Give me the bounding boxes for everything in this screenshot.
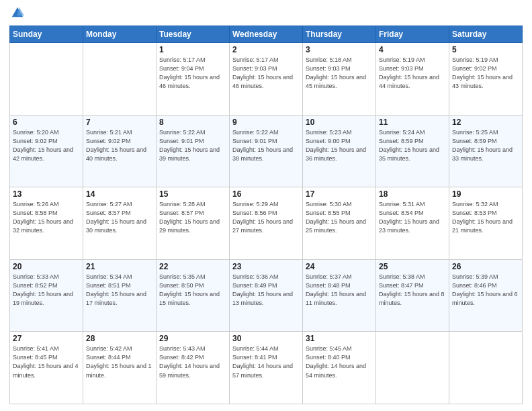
calendar-cell: 26Sunrise: 5:39 AM Sunset: 8:46 PM Dayli…	[449, 259, 523, 332]
day-number: 13	[13, 189, 80, 199]
day-info: Sunrise: 5:17 AM Sunset: 9:04 PM Dayligh…	[159, 56, 226, 91]
day-info: Sunrise: 5:25 AM Sunset: 8:59 PM Dayligh…	[452, 128, 519, 163]
calendar-week-2: 6Sunrise: 5:20 AM Sunset: 9:02 PM Daylig…	[10, 115, 523, 187]
calendar-cell: 12Sunrise: 5:25 AM Sunset: 8:59 PM Dayli…	[449, 115, 523, 187]
day-number: 11	[379, 118, 446, 127]
calendar-week-1: 1Sunrise: 5:17 AM Sunset: 9:04 PM Daylig…	[10, 43, 523, 116]
day-number: 10	[306, 118, 373, 127]
day-number: 14	[86, 189, 153, 199]
day-info: Sunrise: 5:23 AM Sunset: 9:00 PM Dayligh…	[306, 128, 373, 163]
logo-icon	[11, 5, 24, 19]
day-number: 17	[306, 189, 373, 199]
day-info: Sunrise: 5:39 AM Sunset: 8:46 PM Dayligh…	[452, 273, 519, 308]
weekday-header-thursday: Thursday	[303, 26, 376, 43]
day-number: 12	[452, 118, 519, 127]
calendar-cell: 30Sunrise: 5:44 AM Sunset: 8:41 PM Dayli…	[230, 332, 303, 404]
calendar-cell: 13Sunrise: 5:26 AM Sunset: 8:58 PM Dayli…	[10, 187, 83, 260]
day-info: Sunrise: 5:26 AM Sunset: 8:58 PM Dayligh…	[13, 200, 80, 235]
calendar-body: 1Sunrise: 5:17 AM Sunset: 9:04 PM Daylig…	[10, 43, 523, 404]
day-info: Sunrise: 5:42 AM Sunset: 8:44 PM Dayligh…	[86, 345, 153, 379]
calendar-cell: 10Sunrise: 5:23 AM Sunset: 9:00 PM Dayli…	[303, 115, 376, 187]
day-info: Sunrise: 5:18 AM Sunset: 9:03 PM Dayligh…	[306, 56, 373, 91]
day-number: 24	[306, 262, 373, 271]
calendar-cell: 28Sunrise: 5:42 AM Sunset: 8:44 PM Dayli…	[83, 332, 157, 404]
calendar-cell: 27Sunrise: 5:41 AM Sunset: 8:45 PM Dayli…	[10, 332, 83, 404]
day-number: 15	[159, 189, 226, 199]
weekday-header-tuesday: Tuesday	[157, 26, 230, 43]
calendar-cell: 23Sunrise: 5:36 AM Sunset: 8:49 PM Dayli…	[230, 259, 303, 332]
day-number: 1	[159, 45, 226, 54]
weekday-header-row: SundayMondayTuesdayWednesdayThursdayFrid…	[10, 26, 523, 43]
day-info: Sunrise: 5:44 AM Sunset: 8:41 PM Dayligh…	[232, 345, 300, 379]
day-info: Sunrise: 5:30 AM Sunset: 8:55 PM Dayligh…	[306, 200, 373, 235]
day-info: Sunrise: 5:36 AM Sunset: 8:49 PM Dayligh…	[232, 273, 300, 308]
day-info: Sunrise: 5:19 AM Sunset: 9:03 PM Dayligh…	[379, 56, 446, 91]
day-info: Sunrise: 5:38 AM Sunset: 8:47 PM Dayligh…	[379, 273, 446, 308]
day-number: 18	[379, 189, 446, 199]
calendar-cell: 7Sunrise: 5:21 AM Sunset: 9:02 PM Daylig…	[83, 115, 157, 187]
calendar-cell: 22Sunrise: 5:35 AM Sunset: 8:50 PM Dayli…	[157, 259, 230, 332]
day-number: 29	[159, 334, 226, 343]
day-info: Sunrise: 5:24 AM Sunset: 8:59 PM Dayligh…	[379, 128, 446, 163]
day-info: Sunrise: 5:20 AM Sunset: 9:02 PM Dayligh…	[13, 128, 80, 163]
calendar-cell	[10, 43, 83, 116]
day-number: 16	[232, 189, 300, 199]
calendar-cell: 3Sunrise: 5:18 AM Sunset: 9:03 PM Daylig…	[303, 43, 376, 116]
calendar-cell: 4Sunrise: 5:19 AM Sunset: 9:03 PM Daylig…	[376, 43, 449, 116]
calendar-cell: 31Sunrise: 5:45 AM Sunset: 8:40 PM Dayli…	[303, 332, 376, 404]
calendar-week-4: 20Sunrise: 5:33 AM Sunset: 8:52 PM Dayli…	[10, 259, 523, 332]
weekday-header-friday: Friday	[376, 26, 449, 43]
weekday-header-saturday: Saturday	[449, 26, 523, 43]
day-number: 28	[86, 334, 153, 343]
calendar-cell: 5Sunrise: 5:19 AM Sunset: 9:02 PM Daylig…	[449, 43, 523, 116]
day-number: 23	[232, 262, 300, 271]
day-number: 6	[13, 118, 80, 127]
day-number: 22	[159, 262, 226, 271]
day-number: 27	[13, 334, 80, 343]
calendar-table: SundayMondayTuesdayWednesdayThursdayFrid…	[9, 26, 523, 404]
calendar-cell: 16Sunrise: 5:29 AM Sunset: 8:56 PM Dayli…	[230, 187, 303, 260]
calendar-week-5: 27Sunrise: 5:41 AM Sunset: 8:45 PM Dayli…	[10, 332, 523, 404]
day-info: Sunrise: 5:28 AM Sunset: 8:57 PM Dayligh…	[159, 200, 226, 235]
day-number: 3	[306, 45, 373, 54]
day-info: Sunrise: 5:37 AM Sunset: 8:48 PM Dayligh…	[306, 273, 373, 308]
calendar-cell: 11Sunrise: 5:24 AM Sunset: 8:59 PM Dayli…	[376, 115, 449, 187]
calendar-cell: 8Sunrise: 5:22 AM Sunset: 9:01 PM Daylig…	[157, 115, 230, 187]
calendar-cell: 18Sunrise: 5:31 AM Sunset: 8:54 PM Dayli…	[376, 187, 449, 260]
day-number: 19	[452, 189, 519, 199]
day-info: Sunrise: 5:32 AM Sunset: 8:53 PM Dayligh…	[452, 200, 519, 235]
day-info: Sunrise: 5:31 AM Sunset: 8:54 PM Dayligh…	[379, 200, 446, 235]
day-number: 20	[13, 262, 80, 271]
day-number: 21	[86, 262, 153, 271]
weekday-header-sunday: Sunday	[10, 26, 83, 43]
weekday-header-monday: Monday	[83, 26, 157, 43]
calendar-cell	[376, 332, 449, 404]
calendar-week-3: 13Sunrise: 5:26 AM Sunset: 8:58 PM Dayli…	[10, 187, 523, 260]
day-info: Sunrise: 5:41 AM Sunset: 8:45 PM Dayligh…	[13, 345, 80, 379]
day-info: Sunrise: 5:35 AM Sunset: 8:50 PM Dayligh…	[159, 273, 226, 308]
logo	[9, 7, 24, 21]
day-number: 26	[452, 262, 519, 271]
day-info: Sunrise: 5:45 AM Sunset: 8:40 PM Dayligh…	[306, 345, 373, 379]
calendar-cell: 17Sunrise: 5:30 AM Sunset: 8:55 PM Dayli…	[303, 187, 376, 260]
day-info: Sunrise: 5:27 AM Sunset: 8:57 PM Dayligh…	[86, 200, 153, 235]
day-info: Sunrise: 5:22 AM Sunset: 9:01 PM Dayligh…	[232, 128, 300, 163]
calendar-cell: 1Sunrise: 5:17 AM Sunset: 9:04 PM Daylig…	[157, 43, 230, 116]
day-number: 7	[86, 118, 153, 127]
day-info: Sunrise: 5:17 AM Sunset: 9:03 PM Dayligh…	[232, 56, 300, 91]
calendar-cell: 21Sunrise: 5:34 AM Sunset: 8:51 PM Dayli…	[83, 259, 157, 332]
day-number: 30	[232, 334, 300, 343]
calendar-cell: 6Sunrise: 5:20 AM Sunset: 9:02 PM Daylig…	[10, 115, 83, 187]
calendar-cell: 14Sunrise: 5:27 AM Sunset: 8:57 PM Dayli…	[83, 187, 157, 260]
day-info: Sunrise: 5:33 AM Sunset: 8:52 PM Dayligh…	[13, 273, 80, 308]
day-number: 5	[452, 45, 519, 54]
day-number: 25	[379, 262, 446, 271]
calendar-cell	[449, 332, 523, 404]
day-info: Sunrise: 5:43 AM Sunset: 8:42 PM Dayligh…	[159, 345, 226, 379]
day-info: Sunrise: 5:29 AM Sunset: 8:56 PM Dayligh…	[232, 200, 300, 235]
day-info: Sunrise: 5:34 AM Sunset: 8:51 PM Dayligh…	[86, 273, 153, 308]
weekday-header-wednesday: Wednesday	[230, 26, 303, 43]
day-info: Sunrise: 5:19 AM Sunset: 9:02 PM Dayligh…	[452, 56, 519, 91]
day-number: 2	[232, 45, 300, 54]
page: SundayMondayTuesdayWednesdayThursdayFrid…	[0, 0, 532, 411]
